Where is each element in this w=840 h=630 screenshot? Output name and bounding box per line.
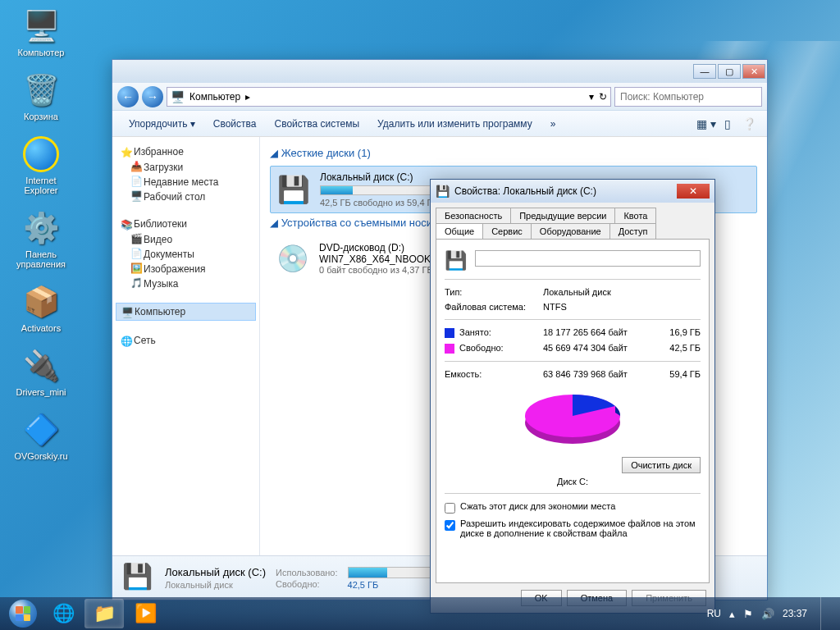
- cap-bytes: 63 846 739 968 байт: [543, 369, 651, 379]
- prop-title: Свойства: Локальный диск (C:): [454, 185, 677, 197]
- nav-documents[interactable]: Документы: [116, 247, 256, 262]
- dvd-icon: [275, 240, 311, 276]
- nav-videos[interactable]: Видео: [116, 232, 256, 247]
- tab-quota[interactable]: Квота: [614, 208, 656, 223]
- desktop-icon-ie[interactable]: Internet Explorer: [8, 136, 74, 195]
- drive-free-text: 42,5 ГБ свободно из 59,4 ГБ: [320, 198, 438, 208]
- free-color-icon: [445, 344, 454, 354]
- navbar: ← → 🖥️ Компьютер ▸ ▾ ↻: [112, 83, 767, 111]
- disk-cleanup-button[interactable]: Очистить диск: [622, 457, 701, 473]
- titlebar[interactable]: — ▢ ✕: [112, 60, 767, 83]
- tab-tools[interactable]: Сервис: [482, 223, 532, 239]
- details-free-label: Свободно:: [276, 579, 338, 589]
- nav-recent[interactable]: Недавние места: [116, 175, 256, 189]
- used-color-icon: [445, 328, 454, 338]
- task-explorer[interactable]: 📁: [84, 599, 124, 628]
- index-checkbox[interactable]: Разрешить индексировать содержимое файло…: [445, 516, 701, 541]
- nav-libraries[interactable]: Библиотеки: [116, 216, 256, 232]
- dropdown-icon[interactable]: ▾: [589, 91, 594, 103]
- used-bytes: 18 177 265 664 байт: [543, 327, 651, 338]
- tab-hardware[interactable]: Оборудование: [531, 223, 610, 239]
- prop-titlebar[interactable]: 💾 Свойства: Локальный диск (C:) ✕: [431, 180, 714, 203]
- forward-button[interactable]: →: [142, 86, 163, 107]
- nav-music[interactable]: Музыка: [116, 276, 256, 291]
- nav-pictures[interactable]: Изображения: [116, 262, 256, 276]
- details-type: Локальный диск: [165, 580, 266, 590]
- panel-drive-icon: 💾: [445, 250, 467, 272]
- section-hdd[interactable]: ◢ Жесткие диски (1): [270, 147, 757, 159]
- desktop-icon-drivers[interactable]: Drivers_mini: [8, 348, 74, 397]
- details-hdd-icon: 💾: [122, 562, 155, 595]
- view-button[interactable]: ▦ ▾: [696, 114, 716, 134]
- cap-label: Емкость:: [445, 369, 543, 379]
- refresh-icon[interactable]: ↻: [599, 91, 607, 103]
- tab-prev-versions[interactable]: Предыдущие версии: [510, 208, 615, 223]
- search-input[interactable]: [614, 87, 762, 107]
- dvd-free-text: 0 байт свободно из 4,37 ГБ: [319, 265, 433, 275]
- nav-network[interactable]: Сеть: [116, 332, 256, 349]
- tab-sharing[interactable]: Доступ: [609, 223, 657, 239]
- tab-general[interactable]: Общие: [436, 223, 483, 239]
- dvd-name: DVD-дисковод (D:)WIN7_X86_X64_NBOOK: [319, 242, 433, 265]
- start-button[interactable]: [3, 599, 43, 628]
- minimize-button[interactable]: —: [693, 64, 716, 79]
- free-label: Свободно:: [459, 343, 504, 353]
- desktop-icons: Компьютер Корзина Internet Explorer Пане…: [8, 8, 82, 476]
- usage-pie-chart: [511, 388, 634, 454]
- desktop-icon-activators[interactable]: Activators: [8, 284, 74, 333]
- cmd-sysprops[interactable]: Свойства системы: [266, 115, 368, 133]
- lang-indicator[interactable]: RU: [707, 608, 721, 619]
- back-button[interactable]: ←: [117, 86, 139, 107]
- command-bar: Упорядочить ▾ Свойства Свойства системы …: [112, 111, 767, 137]
- volume-icon[interactable]: 🔊: [761, 608, 774, 620]
- close-button[interactable]: ✕: [742, 64, 765, 79]
- cmd-organize[interactable]: Упорядочить ▾: [121, 115, 203, 133]
- volume-label-input[interactable]: [475, 250, 701, 267]
- type-value: Локальный диск: [543, 287, 701, 297]
- cmd-overflow[interactable]: »: [542, 115, 564, 133]
- cap-gb: 59,4 ГБ: [651, 369, 701, 379]
- desktop-icon-computer[interactable]: Компьютер: [8, 8, 74, 57]
- tray-overflow-icon[interactable]: ▴: [729, 608, 735, 620]
- desktop-icon-ovgorskiy[interactable]: OVGorskiy.ru: [8, 412, 74, 461]
- desktop-icon-recycle-bin[interactable]: Корзина: [8, 72, 74, 121]
- tab-panel-general: 💾 Тип:Локальный диск Файловая система:NT…: [436, 239, 710, 583]
- properties-dialog: 💾 Свойства: Локальный диск (C:) ✕ Безопа…: [430, 179, 715, 614]
- tab-row-1: Безопасность Предыдущие версии Квота: [431, 203, 714, 223]
- show-desktop-button[interactable]: [820, 597, 830, 630]
- flag-icon[interactable]: ⚑: [743, 608, 753, 620]
- nav-favorites[interactable]: Избранное: [116, 144, 256, 160]
- cmd-uninstall[interactable]: Удалить или изменить программу: [369, 115, 541, 133]
- help-button[interactable]: ❔: [739, 114, 759, 134]
- taskbar: 🌐 📁 ▶️ RU ▴ ⚑ 🔊 23:37: [0, 597, 840, 630]
- free-gb: 42,5 ГБ: [651, 343, 701, 354]
- tab-security[interactable]: Безопасность: [436, 208, 511, 223]
- used-gb: 16,9 ГБ: [651, 327, 701, 338]
- desktop-icon-control-panel[interactable]: Панель управления: [8, 210, 74, 269]
- breadcrumb-chevron-icon[interactable]: ▸: [245, 91, 250, 103]
- free-bytes: 45 669 474 304 байт: [543, 343, 651, 354]
- drive-name: Локальный диск (C:): [320, 171, 438, 183]
- task-media[interactable]: ▶️: [126, 599, 165, 628]
- clock[interactable]: 23:37: [783, 608, 807, 619]
- preview-pane-button[interactable]: ▯: [718, 114, 737, 134]
- nav-downloads[interactable]: Загрузки: [116, 160, 256, 175]
- type-label: Тип:: [445, 287, 543, 297]
- compress-checkbox[interactable]: Сжать этот диск для экономии места: [445, 499, 701, 516]
- breadcrumb: Компьютер: [189, 91, 240, 103]
- task-ie[interactable]: 🌐: [43, 599, 83, 628]
- used-label: Занято:: [459, 327, 491, 337]
- fs-label: Файловая система:: [445, 302, 543, 312]
- disk-caption: Диск C:: [445, 473, 701, 486]
- address-bar[interactable]: 🖥️ Компьютер ▸ ▾ ↻: [167, 87, 611, 107]
- details-used-label: Использовано:: [276, 568, 338, 578]
- nav-pane: Избранное Загрузки Недавние места Рабочи…: [112, 137, 260, 555]
- nav-computer[interactable]: Компьютер: [116, 303, 256, 321]
- maximize-button[interactable]: ▢: [718, 64, 741, 79]
- cmd-properties[interactable]: Свойства: [205, 115, 265, 133]
- system-tray: RU ▴ ⚑ 🔊 23:37: [707, 597, 837, 630]
- nav-desktop[interactable]: Рабочий стол: [116, 189, 256, 204]
- computer-icon: 🖥️: [171, 90, 185, 103]
- prop-close-button[interactable]: ✕: [677, 184, 710, 199]
- fs-value: NTFS: [543, 302, 701, 312]
